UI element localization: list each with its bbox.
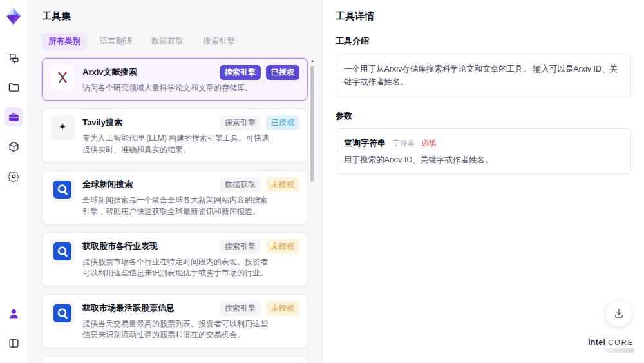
auth-status-badge: 未授权 — [266, 177, 299, 192]
parameter-type: 字符串 — [392, 139, 415, 147]
tool-title: 获取股市各行业表现 — [82, 239, 158, 252]
tab-language-translation[interactable]: 语言翻译 — [93, 33, 138, 50]
tool-title: 全球新闻搜索 — [82, 177, 133, 190]
tool-description: 专为人工智能代理 (LLM) 构建的搜索引擎工具。可快速提供实时、准确和真实的结… — [82, 133, 273, 155]
tool-description: 访问各个研究领域大量科学论文和文章的存储库。 — [82, 83, 273, 93]
icon-rail — [0, 0, 27, 363]
page-title: 工具集 — [42, 10, 316, 23]
params-heading: 参数 — [336, 110, 631, 122]
tool-title: Tavily搜索 — [82, 115, 122, 128]
parameter-name: 查询字符串 — [344, 138, 386, 148]
tool-description: 提供股票市场各个行业在特定时间段内的表现。投资者可以利用这些信息来识别表现优于或… — [82, 257, 273, 279]
panel-layout-icon[interactable] — [4, 333, 23, 353]
tool-description: 全球新闻搜索是一个聚合全球各大新闻网站内容的搜索引擎，帮助用户快速获取全球最新资… — [82, 195, 273, 217]
scrollbar-thumb[interactable] — [310, 66, 314, 182]
parameter-description: 用于搜索的Arxiv ID、关键字或作者姓名。 — [344, 155, 623, 166]
arxiv-logo-icon — [50, 65, 75, 90]
chat-icon[interactable] — [4, 48, 23, 67]
app-logo-gem-icon — [4, 6, 23, 26]
category-tabs: 所有类别 语言翻译 数据获取 搜索引擎 — [42, 33, 316, 50]
tool-list-panel: 工具集 所有类别 语言翻译 数据获取 搜索引擎 — [27, 0, 322, 363]
category-badge: 搜索引擎 — [220, 65, 261, 80]
gear-icon[interactable] — [4, 166, 23, 186]
list-scrollbar[interactable]: ▲ ▼ — [309, 58, 316, 363]
category-badge: 搜索引擎 — [220, 239, 261, 254]
tab-search-engine[interactable]: 搜索引擎 — [196, 33, 242, 50]
auth-status-badge: 已授权 — [266, 65, 299, 80]
tool-detail-panel: 工具详情 工具介绍 一个用于从Arxiv存储库搜索科学论文和文章的工具。 输入可… — [322, 0, 644, 363]
tab-all-categories[interactable]: 所有类别 — [42, 33, 87, 50]
tool-card-active-stocks[interactable]: 获取市场最活跃股票信息 搜索引擎 未授权 提供当天交易量最高的股票列表。投资者可… — [42, 294, 308, 348]
tool-title: Arxiv文献搜索 — [82, 65, 137, 78]
detail-title: 工具详情 — [336, 10, 631, 23]
intel-core-logo: intel CORE — [588, 338, 634, 353]
news-search-icon — [50, 177, 75, 202]
tool-card-stock-sectors[interactable]: 获取股市各行业表现 搜索引擎 未授权 提供股票市场各个行业在特定时间段内的表现。… — [42, 232, 308, 286]
download-button[interactable] — [605, 300, 632, 327]
cube-icon[interactable] — [4, 137, 23, 156]
parameter-header: 查询字符串 字符串 必填 — [344, 137, 623, 149]
scroll-up-icon[interactable]: ▲ — [310, 58, 314, 63]
auth-status-badge: 未授权 — [266, 239, 299, 254]
parameter-card: 查询字符串 字符串 必填 用于搜索的Arxiv ID、关键字或作者姓名。 — [336, 128, 631, 174]
required-badge: 必填 — [421, 139, 436, 147]
tool-card-arxiv[interactable]: Arxiv文献搜索 搜索引擎 已授权 访问各个研究领域大量科学论文和文章的存储库… — [42, 58, 308, 101]
category-badge: 搜索引擎 — [220, 301, 261, 316]
download-icon — [613, 308, 625, 319]
category-badge: 搜索引擎 — [220, 115, 261, 130]
auth-status-badge: 未授权 — [266, 301, 299, 316]
tool-card-tavily[interactable]: Tavily搜索 搜索引擎 已授权 专为人工智能代理 (LLM) 构建的搜索引擎… — [42, 108, 308, 162]
intro-heading: 工具介绍 — [336, 35, 631, 47]
tool-card-global-news[interactable]: 全球新闻搜索 数据获取 未授权 全球新闻搜索是一个聚合全球各大新闻网站内容的搜索… — [42, 170, 308, 224]
tool-list: Arxiv文献搜索 搜索引擎 已授权 访问各个研究领域大量科学论文和文章的存储库… — [42, 58, 316, 363]
intel-logo-subtext — [604, 348, 634, 353]
app-window: 工具集 所有类别 语言翻译 数据获取 搜索引擎 — [0, 0, 644, 363]
tool-intro-text: 一个用于从Arxiv存储库搜索科学论文和文章的工具。 输入可以是Arxiv ID… — [336, 54, 631, 97]
auth-status-badge: 已授权 — [266, 115, 299, 130]
stock-search-icon — [50, 239, 75, 264]
stock-search-icon — [50, 301, 75, 326]
folder-icon[interactable] — [4, 77, 23, 97]
category-badge: 数据获取 — [220, 177, 261, 192]
tool-description: 提供当天交易量最高的股票列表。投资者可以利用这些信息来识别流动性强的股票和潜在的… — [82, 319, 273, 341]
sparkle-icon — [50, 115, 75, 140]
tool-card-regional-news[interactable]: 万维地区新闻查询 搜索引擎 未授权 查询具体行政区划内的新闻，快速了解各地新闻动… — [42, 356, 308, 363]
tab-data-fetch[interactable]: 数据获取 — [145, 33, 190, 50]
user-icon[interactable] — [4, 304, 23, 323]
tool-title: 获取市场最活跃股票信息 — [82, 301, 175, 314]
briefcase-icon[interactable] — [4, 107, 23, 126]
